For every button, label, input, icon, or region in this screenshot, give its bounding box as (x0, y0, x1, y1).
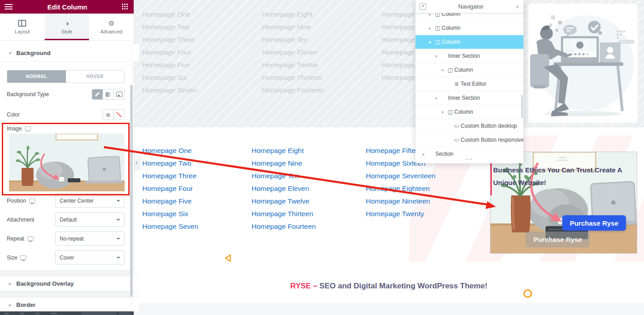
attachment-select[interactable]: Default (55, 213, 125, 227)
menu-item[interactable]: Homepage Two (142, 21, 196, 33)
menu-item[interactable]: Homepage Seven (142, 84, 196, 97)
responsive-monitor-icon[interactable] (29, 199, 35, 203)
scrollbar-thumb[interactable] (130, 85, 133, 297)
navigator-resize-handle[interactable]: ••• (415, 156, 523, 163)
tab-layout[interactable]: Layout (0, 14, 45, 40)
menu-item[interactable]: Homepage Fourteen (262, 84, 324, 97)
control-color: Color ⊕ (7, 109, 125, 120)
menu-item[interactable]: Homepage Thirteen (262, 71, 324, 84)
repeat-select[interactable]: No-repeat (55, 232, 125, 246)
menu-item[interactable]: Homepage Eight (262, 8, 324, 21)
element-type-icon: ◫ (434, 39, 442, 45)
menu-item[interactable]: Homepage Three (142, 33, 196, 46)
menu-link[interactable]: Homepage Ten (252, 170, 316, 182)
hero-section[interactable]: Business Ethics You Can Trust.Create A U… (490, 152, 637, 254)
menu-hamburger-icon[interactable] (5, 3, 13, 11)
navigator-item[interactable]: ▾ Inner Section (415, 91, 523, 105)
panel-title: Edit Column (13, 3, 122, 11)
menu-item[interactable]: Homepage Ten (262, 33, 324, 46)
menu-link[interactable]: Homepage Twelve (252, 195, 316, 208)
menu-link[interactable]: Homepage Twenty (366, 208, 435, 220)
navigator-item[interactable]: ▾ ◫ Column (415, 63, 523, 77)
panel-scrollbar[interactable] (131, 42, 133, 310)
section-border[interactable]: ▸ Border (0, 297, 139, 312)
navigator-item[interactable]: ▸ Section (415, 147, 523, 156)
navigator-item[interactable]: ▸ ◫ Column (415, 21, 523, 35)
purchase-button-responsive[interactable]: Purchase Ryse (526, 232, 590, 247)
collapse-all-icon[interactable]: ▾ (420, 3, 426, 10)
menu-link[interactable]: Homepage Eleven (252, 182, 316, 195)
position-select[interactable]: Center Center (55, 194, 125, 208)
expand-caret-icon[interactable]: ▾ (439, 68, 446, 73)
classic-brush-icon[interactable] (92, 89, 103, 99)
menu-item[interactable]: Homepage Twelve (262, 59, 324, 71)
section-background-overlay[interactable]: ▸ Background Overlay (0, 276, 139, 292)
navigator-item[interactable]: ▾ ◫ Column (415, 105, 523, 119)
expand-caret-icon[interactable]: ▸ (426, 13, 434, 17)
expand-caret-icon[interactable]: ▾ (433, 96, 440, 101)
menu-link[interactable]: Homepage One (142, 144, 198, 157)
brand-text: RYSE – (290, 282, 317, 290)
menu-item[interactable]: Homepage Four (142, 46, 196, 59)
expand-caret-icon[interactable]: ▸ (420, 152, 427, 157)
global-color-icon[interactable]: ⊕ (103, 110, 113, 120)
close-icon[interactable]: × (515, 3, 519, 10)
navigator-panel[interactable]: ▾ Navigator × ▸ ◫ Column ▸ ◫ Column ▾ ◫ … (415, 0, 523, 163)
menu-link[interactable]: Homepage Four (142, 182, 198, 195)
menu-item[interactable]: Homepage Five (142, 59, 196, 71)
purchase-button-desktop[interactable]: Purchase Ryse (562, 215, 626, 231)
navigator-item[interactable]: ▭ Custom Button desktop (415, 119, 523, 133)
menu-link[interactable]: Homepage Five (142, 195, 198, 208)
menu-item[interactable]: Homepage One (142, 8, 196, 21)
menu-item[interactable]: Homepage Eleven (262, 46, 324, 59)
menu-link[interactable]: Homepage Two (142, 157, 198, 170)
navigator-scrollbar[interactable] (521, 95, 523, 118)
navigator-item[interactable]: ▸ ◫ Column (415, 13, 523, 21)
tab-advanced[interactable]: ⚙ Advanced (89, 14, 134, 40)
preview-changes-button[interactable] (119, 312, 131, 315)
widgets-grid-icon[interactable] (122, 4, 128, 10)
menu-link[interactable]: Homepage Nineteen (366, 195, 435, 208)
navigator-item-label: Custom Button desktop (461, 123, 517, 129)
decor-triangle-icon (224, 253, 233, 263)
menu-link[interactable]: Homepage Seven (142, 220, 198, 233)
menu-item[interactable]: Homepage Nine (262, 21, 324, 33)
size-select[interactable]: Cover (55, 250, 125, 264)
workspace-illustration (528, 4, 638, 123)
navigator-header[interactable]: ▾ Navigator × (415, 0, 523, 13)
expand-caret-icon[interactable]: ▸ (426, 26, 434, 31)
section-background[interactable]: ▾ Background (0, 44, 139, 62)
expand-caret-icon[interactable]: ▾ (433, 54, 440, 59)
color-buttons: ⊕ (103, 109, 125, 120)
navigator-item-label: Column (454, 109, 473, 115)
navigator-item[interactable]: ▾ ◫ Column (415, 35, 523, 49)
menu-link[interactable]: Homepage Thirteen (252, 208, 316, 220)
menu-link[interactable]: Homepage Nine (252, 157, 316, 170)
gradient-icon[interactable] (103, 89, 113, 99)
state-hover[interactable]: HOVER (66, 70, 125, 83)
menu-link[interactable]: Homepage Eighteen (366, 182, 435, 195)
menu-item[interactable]: Homepage Six (142, 71, 196, 84)
navigator-item[interactable]: ≣ Text Editor (415, 77, 523, 91)
tab-style[interactable]: ◑ Style (45, 14, 89, 40)
menu-link[interactable]: Homepage Fourteen (252, 220, 316, 233)
responsive-monitor-icon[interactable] (28, 236, 33, 241)
navigator-item[interactable]: ▭ Custom Button responsive (415, 133, 523, 147)
element-type-icon: ◫ (446, 67, 454, 73)
editor-canvas[interactable]: Homepage OneHomepage TwoHomepage ThreeHo… (134, 0, 644, 315)
expand-caret-icon[interactable]: ▾ (439, 110, 446, 115)
navigator-item[interactable]: ▾ Inner Section (415, 49, 523, 63)
menu-link[interactable]: Homepage Six (142, 208, 198, 220)
navigator-item-label: Column (442, 13, 460, 17)
state-normal[interactable]: NORMAL (7, 70, 66, 83)
color-picker-empty[interactable] (113, 110, 124, 120)
responsive-monitor-icon[interactable] (25, 126, 31, 131)
menu-link[interactable]: Homepage Eight (252, 144, 316, 157)
menu-link[interactable]: Homepage Three (142, 170, 198, 182)
expand-caret-icon[interactable]: ▾ (426, 40, 434, 45)
background-image-preview[interactable] (9, 134, 125, 191)
update-button[interactable] (81, 312, 117, 315)
menu-link[interactable]: Homepage Seventeen (366, 170, 435, 182)
responsive-monitor-icon[interactable] (20, 255, 26, 260)
slideshow-image-icon[interactable] (113, 89, 124, 99)
